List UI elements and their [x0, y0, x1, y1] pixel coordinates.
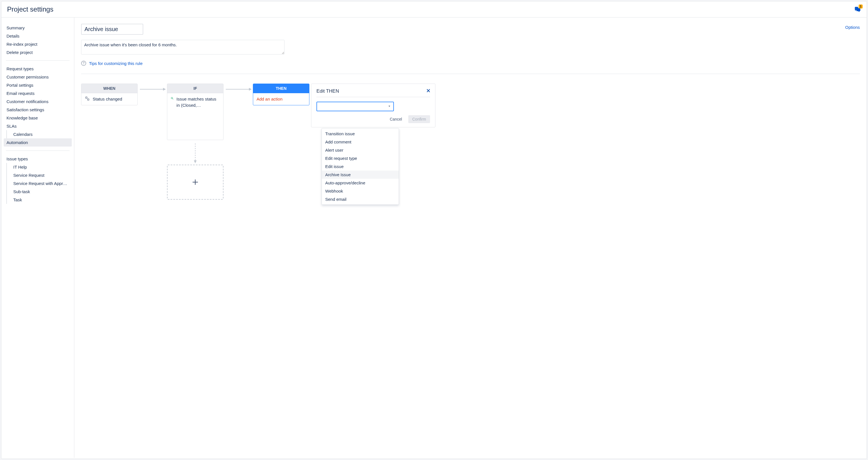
sidebar-item-reindex[interactable]: Re-index project [4, 40, 72, 48]
rule-name-input[interactable] [81, 24, 143, 35]
when-card[interactable]: WHEN Status changed [81, 84, 137, 105]
option-transition-issue[interactable]: Transition issue [322, 130, 399, 138]
sidebar-item-portal-settings[interactable]: Portal settings [4, 81, 72, 89]
option-alert-user[interactable]: Alert user [322, 146, 399, 154]
then-head: THEN [253, 84, 309, 93]
option-add-comment[interactable]: Add comment [322, 138, 399, 146]
svg-marker-7 [194, 160, 197, 163]
search-icon [170, 96, 174, 101]
sidebar-item-service-request-approvals[interactable]: Service Request with Appr… [10, 179, 72, 188]
main-content: Options ? Tips for customizing this rule… [74, 18, 867, 458]
option-webhook[interactable]: Webhook [322, 187, 399, 195]
sidebar-item-delete[interactable]: Delete project [4, 48, 72, 57]
sidebar-heading-issue-types: Issue types [4, 155, 72, 163]
sidebar-item-details[interactable]: Details [4, 32, 72, 40]
sidebar-item-email-requests[interactable]: Email requests [4, 89, 72, 97]
section-divider [81, 74, 860, 74]
svg-rect-1 [88, 99, 89, 100]
arrow-right-icon [137, 84, 167, 94]
if-card[interactable]: IF Issue matches status in (Closed,… [167, 84, 223, 140]
sidebar-item-it-help[interactable]: IT Help [10, 163, 72, 171]
then-text: Add an action [256, 96, 283, 102]
sidebar-item-summary[interactable]: Summary [4, 24, 72, 32]
arrow-down-icon [192, 143, 198, 165]
sidebar-item-customer-notifications[interactable]: Customer notifications [4, 97, 72, 106]
help-icon: ? [81, 61, 86, 66]
option-edit-issue[interactable]: Edit issue [322, 162, 399, 170]
svg-marker-14 [389, 106, 390, 107]
svg-rect-0 [86, 97, 87, 98]
when-head: WHEN [82, 84, 137, 93]
confirm-button[interactable]: Confirm [408, 115, 430, 123]
sidebar-item-request-types[interactable]: Request types [4, 65, 72, 73]
sidebar-item-sub-task[interactable]: Sub-task [10, 188, 72, 196]
sidebar-item-knowledge-base[interactable]: Knowledge base [4, 114, 72, 122]
topbar: Project settings 1 [1, 1, 867, 18]
svg-marker-11 [249, 88, 252, 91]
nav-divider [6, 151, 69, 151]
when-text: Status changed [93, 96, 122, 102]
sidebar-item-service-request[interactable]: Service Request [10, 171, 72, 179]
option-send-email[interactable]: Send email [322, 195, 399, 203]
svg-line-5 [173, 99, 174, 99]
rule-description-input[interactable] [81, 40, 284, 55]
sidebar-item-task[interactable]: Task [10, 196, 72, 204]
plus-icon [191, 178, 199, 186]
action-select[interactable] [316, 102, 394, 111]
sidebar-item-customer-permissions[interactable]: Customer permissions [4, 73, 72, 81]
svg-point-4 [171, 97, 173, 99]
feedback-icon[interactable]: 1 [854, 6, 861, 13]
panel-title: Edit THEN [316, 88, 430, 94]
sidebar-item-slas[interactable]: SLAs [4, 122, 72, 130]
arrow-right-icon [223, 84, 253, 94]
close-icon[interactable] [426, 88, 431, 94]
add-if-button[interactable] [167, 165, 223, 200]
option-edit-request-type[interactable]: Edit request type [322, 154, 399, 162]
sidebar-item-automation[interactable]: Automation [4, 138, 72, 146]
nav-divider [6, 60, 69, 61]
feedback-badge: 1 [859, 4, 863, 8]
page-title: Project settings [7, 5, 53, 13]
chevron-down-icon [388, 104, 391, 109]
sidebar: Summary Details Re-index project Delete … [1, 18, 74, 458]
sidebar-item-satisfaction-settings[interactable]: Satisfaction settings [4, 106, 72, 114]
edit-then-panel: Edit THEN Transition issue [311, 84, 435, 127]
options-link[interactable]: Options [845, 24, 860, 30]
if-head: IF [167, 84, 223, 93]
option-archive-issue[interactable]: Archive Issue [322, 170, 399, 179]
if-text: Issue matches status in (Closed,… [177, 96, 220, 108]
automation-flow: WHEN Status changed IF Issue m [81, 84, 860, 200]
then-card[interactable]: THEN Add an action [253, 84, 309, 105]
status-icon [85, 96, 90, 101]
svg-marker-3 [163, 88, 166, 91]
tips-link[interactable]: Tips for customizing this rule [89, 61, 143, 66]
option-auto-approve-decline[interactable]: Auto-approve/decline [322, 179, 399, 187]
cancel-button[interactable]: Cancel [388, 115, 404, 123]
action-dropdown: Transition issue Add comment Alert user … [321, 128, 399, 205]
sidebar-item-calendars[interactable]: Calendars [10, 130, 72, 138]
